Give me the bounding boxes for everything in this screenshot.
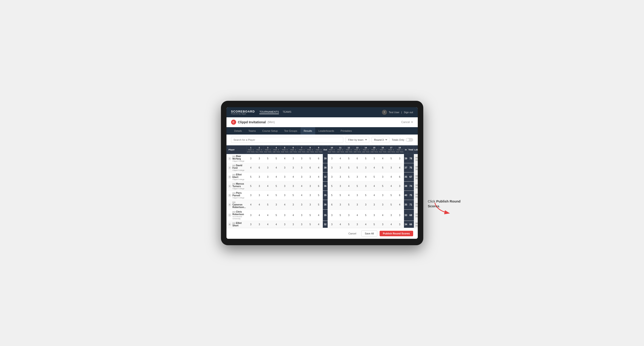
score-hole-6[interactable]: 4 [289, 210, 298, 221]
score-hole-2[interactable]: 6 [255, 163, 264, 173]
sign-out-link[interactable]: Sign out [404, 111, 413, 114]
score-hole-18[interactable]: 3 [396, 181, 404, 191]
score-hole-18[interactable]: 4 [396, 200, 404, 210]
score-hole-6[interactable]: 5 [289, 191, 298, 200]
score-hole-8[interactable]: 5 [306, 221, 314, 228]
tab-course-setup[interactable]: Course Setup [259, 127, 281, 135]
score-hole-14[interactable]: 5 [362, 210, 370, 221]
score-hole-7[interactable]: 3 [298, 154, 306, 163]
score-hole-16[interactable]: 5 [378, 181, 387, 191]
search-input[interactable] [231, 137, 344, 143]
score-hole-1[interactable]: 4 [246, 200, 255, 210]
score-hole-6[interactable]: 3 [289, 221, 298, 228]
score-hole-3[interactable]: 3 [264, 163, 272, 173]
score-hole-9[interactable]: 5 [314, 191, 323, 200]
score-hole-9[interactable]: 6 [314, 181, 323, 191]
score-hole-3[interactable]: 5 [264, 200, 272, 210]
score-hole-4[interactable]: 4 [272, 173, 280, 181]
score-hole-10[interactable]: 3 [328, 154, 336, 163]
score-hole-18[interactable]: 6 [396, 191, 404, 200]
save-all-button[interactable]: Save All [361, 230, 377, 236]
score-hole-15[interactable]: 5 [370, 173, 378, 181]
score-hole-17[interactable]: 5 [387, 191, 396, 200]
score-hole-17[interactable]: 3 [387, 210, 396, 221]
footer-cancel-button[interactable]: Cancel [346, 231, 359, 236]
score-hole-5[interactable]: 3 [280, 210, 289, 221]
wd-badge[interactable]: WD [414, 166, 418, 168]
score-hole-4[interactable]: 3 [272, 200, 280, 210]
score-hole-16[interactable]: 3 [378, 173, 387, 181]
dq-badge[interactable]: DQ [415, 168, 418, 171]
score-hole-17[interactable]: 4 [387, 181, 396, 191]
score-hole-1[interactable]: 5 [246, 181, 255, 191]
score-hole-10[interactable]: 3 [328, 173, 336, 181]
score-hole-8[interactable]: 6 [306, 163, 314, 173]
dq-badge[interactable]: DQ [415, 215, 418, 218]
dq-badge[interactable]: DQ [415, 186, 418, 189]
score-hole-17[interactable]: 5 [387, 200, 396, 210]
score-hole-4[interactable]: 5 [272, 181, 280, 191]
score-hole-10[interactable]: 3 [328, 210, 336, 221]
score-hole-6[interactable]: 3 [289, 200, 298, 210]
tab-printables[interactable]: Printables [337, 127, 355, 135]
score-hole-17[interactable]: 4 [387, 173, 396, 181]
score-hole-7[interactable]: 3 [298, 173, 306, 181]
score-hole-8[interactable]: 5 [306, 210, 314, 221]
tab-details[interactable]: Details [231, 127, 245, 135]
score-hole-10[interactable]: 5 [328, 191, 336, 200]
score-hole-7[interactable]: 4 [298, 181, 306, 191]
score-hole-3[interactable]: 3 [264, 173, 272, 181]
score-hole-11[interactable]: 3 [336, 163, 345, 173]
score-hole-2[interactable]: 3 [255, 221, 264, 228]
score-hole-18[interactable]: 6 [396, 173, 404, 181]
score-hole-18[interactable]: 4 [396, 163, 404, 173]
score-hole-1[interactable]: 5 [246, 173, 255, 181]
score-hole-11[interactable]: 3 [336, 181, 345, 191]
page-cancel-button[interactable]: Cancel ✕ [401, 121, 413, 124]
score-hole-17[interactable]: 5 [387, 154, 396, 163]
score-hole-13[interactable]: 3 [353, 200, 362, 210]
score-hole-16[interactable]: 3 [378, 221, 387, 228]
nav-teams[interactable]: TEAMS [282, 110, 291, 114]
score-hole-2[interactable]: 4 [255, 210, 264, 221]
wd-badge[interactable]: WD [414, 156, 418, 159]
score-hole-11[interactable]: 4 [336, 221, 345, 228]
tab-leaderboards[interactable]: Leaderboards [315, 127, 337, 135]
score-hole-18[interactable]: 3 [396, 221, 404, 228]
score-hole-12[interactable]: 3 [344, 210, 353, 221]
score-hole-8[interactable]: 5 [306, 154, 314, 163]
score-hole-17[interactable]: 3 [387, 163, 396, 173]
score-hole-12[interactable]: 5 [344, 154, 353, 163]
score-hole-12[interactable]: 5 [344, 200, 353, 210]
score-hole-14[interactable]: 4 [362, 221, 370, 228]
score-hole-1[interactable]: 4 [246, 163, 255, 173]
score-hole-16[interactable]: 4 [378, 154, 387, 163]
score-hole-2[interactable]: 4 [255, 200, 264, 210]
score-hole-18[interactable]: 3 [396, 154, 404, 163]
score-hole-11[interactable]: 4 [336, 154, 345, 163]
score-hole-13[interactable]: 5 [353, 181, 362, 191]
score-hole-16[interactable]: 5 [378, 163, 387, 173]
score-hole-4[interactable]: 5 [272, 210, 280, 221]
score-hole-7[interactable]: 3 [298, 163, 306, 173]
score-hole-3[interactable]: 4 [264, 221, 272, 228]
score-hole-5[interactable]: 3 [280, 173, 289, 181]
score-hole-3[interactable]: 4 [264, 181, 272, 191]
tab-tee-groups[interactable]: Tee Groups [281, 127, 300, 135]
score-hole-1[interactable]: 3 [246, 221, 255, 228]
score-hole-14[interactable]: 5 [362, 154, 370, 163]
tab-results[interactable]: Results [300, 127, 316, 135]
score-hole-3[interactable]: 5 [264, 154, 272, 163]
score-hole-14[interactable]: 5 [362, 191, 370, 200]
score-hole-7[interactable]: 3 [298, 210, 306, 221]
score-hole-8[interactable]: 3 [306, 200, 314, 210]
score-hole-2[interactable]: 3 [255, 154, 264, 163]
score-hole-13[interactable]: 6 [353, 154, 362, 163]
score-hole-15[interactable]: 4 [370, 163, 378, 173]
score-hole-13[interactable]: 5 [353, 163, 362, 173]
score-hole-5[interactable]: 3 [280, 191, 289, 200]
score-hole-9[interactable]: 4 [314, 163, 323, 173]
score-hole-2[interactable]: 3 [255, 181, 264, 191]
score-hole-14[interactable]: 3 [362, 163, 370, 173]
wd-badge[interactable]: WD [414, 213, 418, 215]
